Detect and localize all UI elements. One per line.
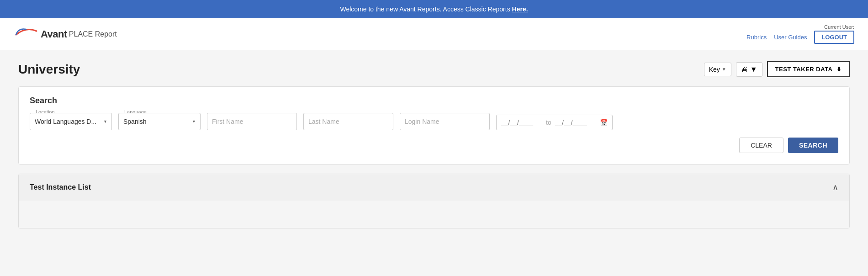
download-icon: ⬇ bbox=[836, 66, 842, 73]
header-right: Current User: Rubrics User Guides LOGOUT bbox=[746, 24, 854, 44]
header: Avant PLACE Report Current User: Rubrics… bbox=[0, 18, 868, 50]
avant-logo-icon bbox=[14, 26, 39, 43]
last-name-input[interactable] bbox=[303, 113, 393, 130]
search-title: Search bbox=[30, 96, 838, 106]
list-header: Test Instance List ∧ bbox=[19, 174, 849, 201]
current-user-label: Current User: bbox=[824, 24, 854, 30]
key-label: Key bbox=[709, 66, 720, 73]
print-icon: 🖨 bbox=[741, 65, 748, 74]
test-taker-data-label: TEST TAKER DATA bbox=[775, 66, 833, 73]
clear-button[interactable]: CLEAR bbox=[739, 138, 783, 153]
location-select[interactable]: World Languages D... bbox=[30, 113, 112, 130]
search-fields: Location World Languages D... Language S… bbox=[30, 113, 838, 130]
first-name-field-group bbox=[207, 113, 297, 130]
calendar-icon[interactable]: 📅 bbox=[600, 119, 608, 126]
top-banner: Welcome to the new Avant Reports. Access… bbox=[0, 0, 868, 18]
location-select-wrapper: World Languages D... bbox=[30, 113, 112, 130]
classic-reports-link[interactable]: Here. bbox=[512, 5, 528, 13]
login-name-input[interactable] bbox=[400, 113, 490, 130]
user-guides-link[interactable]: User Guides bbox=[774, 34, 807, 41]
print-dropdown-button[interactable]: 🖨 ▼ bbox=[736, 62, 762, 77]
print-dropdown-arrow: ▼ bbox=[750, 65, 757, 74]
test-instance-list-card: Test Instance List ∧ bbox=[18, 174, 850, 228]
collapse-button[interactable]: ∧ bbox=[832, 182, 838, 192]
first-name-input[interactable] bbox=[207, 113, 297, 130]
header-nav-links: Rubrics User Guides LOGOUT bbox=[746, 31, 854, 44]
list-title: Test Instance List bbox=[30, 183, 91, 191]
key-dropdown-button[interactable]: Key ▼ bbox=[704, 63, 731, 76]
title-actions: Key ▼ 🖨 ▼ TEST TAKER DATA ⬇ bbox=[704, 61, 850, 77]
language-select[interactable]: Spanish bbox=[118, 113, 201, 130]
login-name-field-group bbox=[400, 113, 490, 130]
last-name-field-group bbox=[303, 113, 393, 130]
page-title-row: University Key ▼ 🖨 ▼ TEST TAKER DATA ⬇ bbox=[18, 61, 850, 77]
search-card: Search Location World Languages D... Lan… bbox=[18, 86, 850, 165]
logo-area: Avant PLACE Report bbox=[14, 26, 117, 43]
date-range: to 📅 bbox=[496, 115, 613, 130]
avant-wordmark: Avant bbox=[41, 28, 67, 40]
location-field-group: Location World Languages D... bbox=[30, 113, 112, 130]
search-button[interactable]: SEARCH bbox=[788, 138, 838, 153]
rubrics-link[interactable]: Rubrics bbox=[746, 34, 767, 41]
logout-button[interactable]: LOGOUT bbox=[814, 31, 854, 44]
language-field-group: Language Spanish bbox=[118, 113, 201, 130]
place-report-label: PLACE Report bbox=[69, 30, 117, 38]
list-body bbox=[19, 201, 849, 228]
banner-text: Welcome to the new Avant Reports. Access… bbox=[340, 5, 512, 13]
page-title: University bbox=[18, 62, 80, 77]
date-to-input[interactable] bbox=[555, 119, 596, 126]
language-select-wrapper: Spanish bbox=[118, 113, 201, 130]
test-taker-data-button[interactable]: TEST TAKER DATA ⬇ bbox=[767, 61, 850, 77]
key-dropdown-arrow: ▼ bbox=[722, 67, 726, 72]
main-content: University Key ▼ 🖨 ▼ TEST TAKER DATA ⬇ S… bbox=[0, 50, 868, 239]
search-actions: CLEAR SEARCH bbox=[30, 138, 838, 153]
date-to-separator: to bbox=[546, 119, 551, 126]
date-from-input[interactable] bbox=[501, 119, 542, 126]
